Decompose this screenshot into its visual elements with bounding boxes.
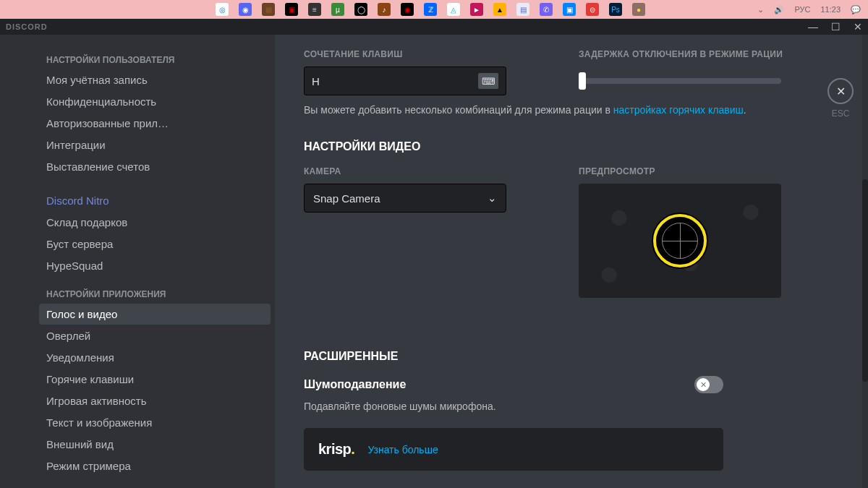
video-settings-header: НАСТРОЙКИ ВИДЕО — [304, 140, 839, 153]
tray-language[interactable]: РУС — [794, 5, 810, 14]
keybind-hint: Вы можете добавить несколько комбинаций … — [304, 104, 839, 116]
sidebar-item[interactable]: Голос и видео — [39, 304, 271, 325]
advanced-header: РАСШИРЕННЫЕ — [304, 350, 839, 363]
delay-slider[interactable] — [579, 67, 781, 95]
camera-label: КАМЕРА — [304, 166, 564, 176]
slider-thumb[interactable] — [579, 72, 586, 90]
tray-clock: 11:23 — [820, 5, 841, 14]
taskbar-app-icon[interactable]: ≡ — [308, 3, 321, 16]
taskbar-app-icon[interactable]: ▦ — [262, 3, 275, 16]
taskbar-app-icon[interactable]: ▣ — [285, 3, 298, 16]
krisp-learn-more-link[interactable]: Узнать больше — [367, 444, 438, 455]
taskbar-tray: ⌄ 🔊 РУС 11:23 💬 — [757, 5, 861, 14]
app-title: DISCORD — [6, 22, 48, 31]
close-button[interactable]: ✕ — [854, 21, 862, 33]
sidebar-item[interactable]: Конфиденциальность — [39, 91, 271, 112]
taskbar-app-icon[interactable]: ◬ — [447, 3, 460, 16]
taskbar-app-icon[interactable]: ► — [470, 3, 483, 16]
krisp-logo: krisp. — [318, 441, 354, 458]
hotkey-settings-link[interactable]: настройках горячих клавиш — [613, 104, 744, 116]
keyboard-icon[interactable]: ⌨ — [478, 73, 498, 89]
maximize-button[interactable]: ☐ — [831, 21, 841, 33]
taskbar-app-icon[interactable]: ◎ — [216, 3, 229, 16]
sidebar-item[interactable]: Горячие клавиши — [39, 369, 271, 390]
sidebar-item[interactable]: Моя учётная запись — [39, 69, 271, 90]
sidebar-header-user: НАСТРОЙКИ ПОЛЬЗОВАТЕЛЯ — [46, 55, 271, 65]
taskbar-app-icon[interactable]: µ — [331, 3, 344, 16]
taskbar-app-icon[interactable]: ▲ — [493, 3, 506, 16]
taskbar-app-icon[interactable]: ◉ — [401, 3, 414, 16]
sidebar-item[interactable]: Буст сервера — [39, 234, 271, 254]
taskbar-app-icon[interactable]: ♪ — [378, 3, 391, 16]
tray-expand-icon[interactable]: ⌄ — [757, 5, 764, 14]
sidebar-item[interactable]: Внешний вид — [39, 434, 271, 455]
preview-label: ПРЕДПРОСМОТР — [579, 166, 839, 176]
sidebar-item[interactable]: Выставление счетов — [39, 156, 271, 177]
taskbar-app-icon[interactable]: ▤ — [516, 3, 529, 16]
content-scrollbar[interactable] — [862, 35, 868, 488]
esc-label: ESC — [832, 108, 850, 119]
sidebar-item[interactable]: Склад подарков — [39, 212, 271, 233]
close-settings[interactable]: ✕ ESC — [827, 78, 854, 119]
notifications-icon[interactable]: 💬 — [851, 5, 861, 14]
volume-icon[interactable]: 🔊 — [774, 5, 784, 14]
keybind-value: Н — [312, 75, 320, 87]
sidebar-item[interactable]: Режим стримера — [39, 455, 271, 476]
chevron-down-icon: ⌄ — [488, 192, 497, 205]
snap-camera-icon — [653, 214, 707, 267]
sidebar-item[interactable]: Текст и изображения — [39, 412, 271, 433]
video-preview — [579, 184, 781, 298]
minimize-button[interactable]: — — [808, 21, 818, 33]
sidebar-item[interactable]: Игровая активность — [39, 390, 271, 411]
noise-suppression-title: Шумоподавление — [304, 378, 406, 391]
taskbar-app-icon[interactable]: ◯ — [354, 3, 367, 16]
taskbar-app-icon[interactable]: ✆ — [540, 3, 553, 16]
taskbar-app-icon[interactable]: Ps — [609, 3, 622, 16]
app-body: НАСТРОЙКИ ПОЛЬЗОВАТЕЛЯ Моя учётная запис… — [0, 35, 868, 488]
toggle-knob: ✕ — [697, 378, 710, 391]
scrollbar-thumb[interactable] — [862, 179, 868, 382]
settings-content: ✕ ESC СОЧЕТАНИЕ КЛАВИШ Н ⌨ ЗАДЕРЖКА ОТКЛ… — [275, 35, 868, 488]
taskbar-app-icon[interactable]: ● — [632, 3, 645, 16]
sidebar-item-nitro[interactable]: Discord Nitro — [39, 190, 271, 211]
camera-selected-value: Snap Camera — [313, 192, 380, 205]
sidebar-item[interactable]: HypeSquad — [39, 255, 271, 276]
delay-label: ЗАДЕРЖКА ОТКЛЮЧЕНИЯ В РЕЖИМЕ РАЦИИ — [579, 49, 839, 59]
taskbar-app-icon[interactable]: ⊝ — [586, 3, 599, 16]
taskbar-app-icon[interactable]: ◉ — [239, 3, 252, 16]
sidebar-item[interactable]: Уведомления — [39, 347, 271, 368]
keybind-label: СОЧЕТАНИЕ КЛАВИШ — [304, 49, 564, 59]
settings-sidebar: НАСТРОЙКИ ПОЛЬЗОВАТЕЛЯ Моя учётная запис… — [0, 35, 275, 488]
close-icon[interactable]: ✕ — [827, 78, 854, 104]
sidebar-item[interactable]: Оверлей — [39, 325, 271, 346]
noise-suppression-toggle[interactable]: ✕ — [694, 376, 723, 393]
sidebar-header-app: НАСТРОЙКИ ПРИЛОЖЕНИЯ — [46, 289, 271, 299]
taskbar-app-icons: ◎◉▦▣≡µ◯♪◉ℤ◬►▲▤✆▣⊝Ps● — [216, 3, 645, 16]
krisp-promo: krisp. Узнать больше — [304, 428, 723, 471]
sidebar-item[interactable]: Авторизованные прил… — [39, 113, 271, 134]
window-titlebar: DISCORD — ☐ ✕ — [0, 19, 868, 35]
noise-suppression-desc: Подавляйте фоновые шумы микрофона. — [304, 401, 839, 412]
os-taskbar: ◎◉▦▣≡µ◯♪◉ℤ◬►▲▤✆▣⊝Ps● ⌄ 🔊 РУС 11:23 💬 — [0, 0, 868, 19]
sidebar-item[interactable]: Интеграции — [39, 134, 271, 155]
camera-dropdown[interactable]: Snap Camera ⌄ — [304, 184, 506, 213]
taskbar-app-icon[interactable]: ℤ — [424, 3, 437, 16]
taskbar-app-icon[interactable]: ▣ — [563, 3, 576, 16]
keybind-input[interactable]: Н ⌨ — [304, 67, 506, 95]
